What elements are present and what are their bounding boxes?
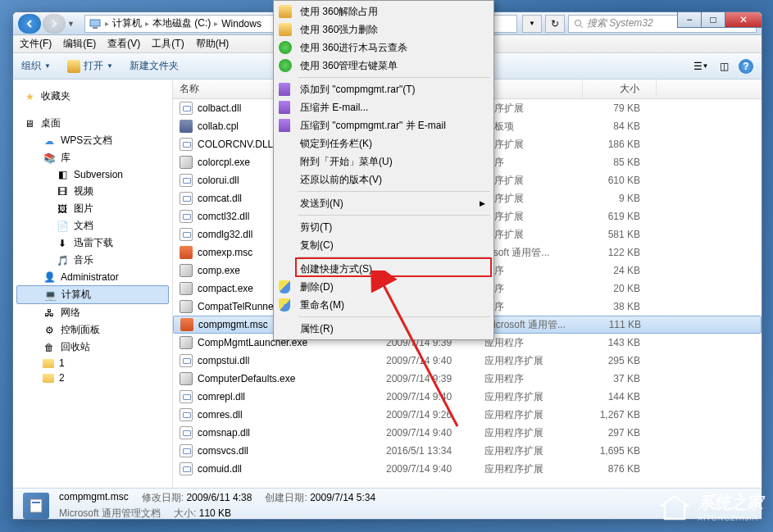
cm-pin-taskbar[interactable]: 锁定到任务栏(K)	[275, 134, 492, 152]
file-size: 38 KB	[583, 301, 657, 312]
cloud-icon: ☁	[43, 134, 56, 148]
cm-properties[interactable]: 属性(R)	[275, 320, 492, 338]
video-icon: 🎞	[56, 185, 69, 198]
nav-dropdown-icon[interactable]: ▼	[67, 20, 75, 28]
cm-copy[interactable]: 复制(C)	[275, 236, 492, 254]
column-type[interactable]	[484, 80, 583, 98]
refresh-button-2[interactable]: ↻	[545, 15, 565, 33]
sidebar-xunlei[interactable]: ⬇迅雷下载	[16, 234, 169, 252]
file-name: comcat.dll	[198, 193, 242, 204]
folder-icon	[279, 5, 292, 18]
cm-rename[interactable]: 重命名(M)	[275, 296, 492, 314]
preview-pane-button[interactable]: ◫	[716, 58, 732, 75]
cm-compress-email[interactable]: 压缩并 E-mail...	[275, 98, 492, 116]
file-size: 1,695 KB	[583, 445, 657, 457]
file-name: COLORCNV.DLL	[198, 139, 273, 150]
cm-360-delete[interactable]: 使用 360强力删除	[275, 20, 492, 39]
sidebar-recycle-bin[interactable]: 🗑回收站	[16, 339, 169, 356]
file-type: 程序	[484, 282, 583, 296]
nav-forward-button[interactable]	[43, 14, 66, 34]
file-name: comp.exe	[198, 265, 240, 276]
sidebar-favorites[interactable]: ★收藏夹	[16, 88, 169, 105]
folder-icon	[43, 359, 54, 368]
context-menu: 使用 360解除占用 使用 360强力删除 使用 360进行木马云查杀 使用 3…	[273, 0, 494, 340]
statusbar-filename: compmgmt.msc	[59, 491, 129, 505]
cm-cut[interactable]: 剪切(T)	[275, 218, 492, 236]
cm-compress-rar-email[interactable]: 压缩到 "compmgmt.rar" 并 E-mail	[275, 116, 492, 134]
minimize-button[interactable]: −	[677, 11, 702, 28]
file-type: 程序扩展	[484, 102, 583, 116]
file-row[interactable]: comsnap.dll2009/7/14 9:40应用程序扩展297 KB	[173, 424, 762, 442]
column-size[interactable]: 大小	[583, 80, 657, 98]
dll-icon	[180, 444, 193, 457]
menu-tools[interactable]: 工具(T)	[152, 37, 184, 51]
sidebar-control-panel[interactable]: ⚙控制面板	[16, 321, 169, 339]
submenu-arrow-icon: ▶	[480, 199, 485, 207]
file-type: 程序	[484, 300, 583, 314]
file-type: 应用程序扩展	[484, 426, 583, 440]
sidebar-libraries[interactable]: 📚库	[16, 149, 169, 166]
file-type: 程序扩展	[484, 192, 583, 206]
file-row[interactable]: comsvcs.dll2016/5/1 13:34应用程序扩展1,695 KB	[173, 442, 762, 460]
dll-icon	[180, 390, 193, 403]
sidebar-computer[interactable]: 💻计算机	[16, 285, 169, 304]
open-button[interactable]: 打开 ▼	[67, 59, 113, 73]
statusbar-created: 2009/7/14 5:34	[310, 492, 375, 503]
file-row[interactable]: comuid.dll2009/7/14 9:40应用程序扩展876 KB	[173, 460, 762, 478]
menu-file[interactable]: 文件(F)	[20, 37, 52, 51]
sidebar-admin[interactable]: 👤Administrator	[16, 269, 169, 285]
dll-icon	[180, 228, 193, 241]
file-row[interactable]: compstui.dll2009/7/14 9:40应用程序扩展295 KB	[173, 352, 762, 370]
menu-edit[interactable]: 编辑(E)	[63, 37, 96, 51]
crumb-drive[interactable]: 本地磁盘 (C:)	[152, 16, 211, 30]
cm-create-shortcut[interactable]: 创建快捷方式(S)	[275, 260, 492, 278]
refresh-button[interactable]: ▼	[522, 15, 542, 33]
file-size: 1,267 KB	[583, 409, 657, 421]
crumb-computer[interactable]: 计算机	[112, 16, 142, 30]
svg-rect-0	[90, 20, 100, 26]
cm-delete[interactable]: 删除(D)	[275, 278, 492, 296]
rar-icon	[279, 83, 290, 96]
download-icon: ⬇	[56, 237, 69, 250]
sidebar-folder-1[interactable]: 1	[16, 356, 169, 371]
cpl-icon	[180, 120, 193, 133]
file-name: collab.cpl	[198, 120, 239, 132]
cm-add-rar[interactable]: 添加到 "compmgmt.rar"(T)	[275, 80, 492, 98]
dll-icon	[180, 354, 193, 367]
file-row[interactable]: ComputerDefaults.exe2009/7/14 9:39应用程序37…	[173, 370, 762, 388]
menu-view[interactable]: 查看(V)	[107, 37, 140, 51]
cm-restore-prev[interactable]: 还原以前的版本(V)	[275, 171, 492, 189]
cm-pin-start[interactable]: 附到「开始」菜单(U)	[275, 152, 492, 171]
file-type: 面板项	[484, 120, 583, 134]
new-folder-button[interactable]: 新建文件夹	[130, 59, 179, 73]
sidebar-pictures[interactable]: 🖼图片	[16, 200, 169, 217]
organize-button[interactable]: 组织 ▼	[21, 59, 51, 73]
cm-360-menu[interactable]: 使用 360管理右键菜单	[275, 57, 492, 75]
nav-back-button[interactable]	[18, 14, 41, 34]
file-row[interactable]: comrepl.dll2009/7/14 9:40应用程序扩展144 KB	[173, 388, 762, 406]
file-row[interactable]: comres.dll2009/7/14 9:26应用程序扩展1,267 KB	[173, 406, 762, 424]
cm-360-trojan[interactable]: 使用 360进行木马云查杀	[275, 39, 492, 57]
close-button[interactable]: ✕	[725, 11, 762, 28]
cm-360-unlock[interactable]: 使用 360解除占用	[275, 2, 492, 20]
maximize-button[interactable]: □	[701, 11, 725, 28]
menu-help[interactable]: 帮助(H)	[196, 37, 230, 51]
sidebar-wps[interactable]: ☁WPS云文档	[16, 132, 169, 149]
sidebar-network[interactable]: 🖧网络	[16, 304, 169, 321]
view-options-button[interactable]: ☰ ▼	[693, 58, 709, 75]
help-button[interactable]: ?	[739, 59, 753, 74]
sidebar-documents[interactable]: 📄文档	[16, 217, 169, 234]
crumb-folder[interactable]: Windows	[221, 18, 261, 30]
sidebar-desktop[interactable]: 🖥桌面	[16, 115, 169, 132]
sidebar-music[interactable]: 🎵音乐	[16, 252, 169, 269]
sidebar-subversion[interactable]: ◧Subversion	[16, 166, 169, 183]
svg-rect-1	[93, 27, 98, 29]
star-icon: ★	[23, 90, 36, 103]
file-size: 84 KB	[583, 120, 657, 132]
svg-rect-5	[32, 502, 40, 503]
sidebar-folder-2[interactable]: 2	[16, 371, 169, 385]
file-name: comdlg32.dll	[198, 229, 252, 240]
file-name: comsvcs.dll	[198, 445, 248, 457]
cm-send-to[interactable]: 发送到(N)▶	[275, 194, 492, 212]
sidebar-videos[interactable]: 🎞视频	[16, 183, 169, 200]
